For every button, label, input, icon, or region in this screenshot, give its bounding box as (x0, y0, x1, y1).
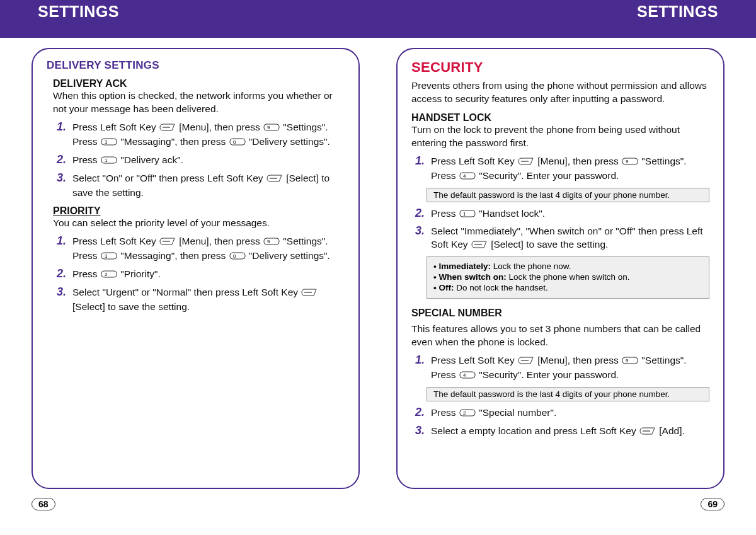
panel-delivery: DELIVERY SETTINGS DELIVERY ACK When this… (32, 48, 360, 489)
key-1-icon: 1 (459, 209, 476, 222)
title-security: SECURITY (411, 59, 709, 76)
left-softkey-icon (518, 355, 534, 369)
key-1-icon: 1 (101, 155, 117, 168)
step-num: 1. (57, 121, 67, 150)
subhead-priority: PRIORITY (53, 205, 345, 217)
text: "Delivery settings". (246, 250, 330, 261)
text: [Menu], then press (535, 156, 621, 166)
opt-text: Do not lock the handset. (454, 283, 547, 292)
title-delivery-settings: DELIVERY SETTINGS (47, 59, 345, 72)
key-9-icon: 9 (263, 236, 280, 250)
step-ack-3: 3. Select "On" or "Off" then press Left … (57, 172, 345, 200)
step-num: 2. (57, 154, 67, 168)
text: "Special number". (476, 407, 556, 418)
step-ack-2: 2. Press 1 "Delivery ack". (57, 154, 345, 168)
text: Select a empty location and press Left S… (431, 425, 639, 436)
key-2-icon: 2 (101, 269, 117, 282)
step-prio-3: 3. Select "Urgent" or "Normal" then pres… (57, 286, 345, 314)
svg-text:4: 4 (463, 173, 466, 179)
text: [Add]. (656, 425, 685, 436)
step-num: 3. (415, 425, 425, 439)
text: Press (72, 268, 100, 279)
page-num-right: 69 (701, 498, 724, 510)
step-num: 3. (415, 225, 425, 253)
text: [Select] to save the setting. (72, 301, 190, 312)
step-special-2: 2. Press 2 "Special number". (415, 406, 709, 421)
text: "Security". Enter your password. (476, 170, 619, 181)
pages-container: DELIVERY SETTINGS DELIVERY ACK When this… (0, 38, 756, 495)
svg-text:9: 9 (626, 159, 629, 164)
subhead-handset-lock: HANDSET LOCK (411, 112, 709, 124)
subhead-delivery-ack: DELIVERY ACK (53, 78, 345, 89)
step-num: 3. (57, 286, 67, 314)
text: "Priority". (118, 268, 161, 279)
step-num: 1. (415, 354, 425, 383)
key-2-icon: 2 (459, 408, 476, 421)
step-prio-1: 1. Press Left Soft Key [Menu], then pres… (57, 235, 345, 264)
step-num: 1. (57, 235, 67, 264)
key-0-icon: 0 (229, 251, 246, 264)
text: "Delivery settings". (246, 136, 330, 147)
text: Press Left Soft Key (72, 122, 159, 132)
left-softkey-icon (159, 122, 176, 135)
note-lock-options: • Immediately: Lock the phone now. • Whe… (427, 256, 709, 299)
key-9-icon: 9 (263, 122, 280, 135)
key-3-icon: 3 (101, 137, 117, 150)
opt-text: Lock the phone when switch on. (507, 272, 630, 282)
page-numbers: 68 69 (0, 495, 756, 517)
left-softkey-icon (159, 236, 176, 250)
desc-priority: You can select the priority level of you… (53, 217, 345, 230)
desc-special-number: This features allows you to set 3 phone … (411, 323, 709, 349)
svg-text:3: 3 (105, 253, 108, 259)
text: Select "Urgent" or "Normal" then press L… (72, 287, 301, 297)
lead-security: Prevents others from using the phone wit… (411, 79, 709, 106)
svg-text:0: 0 (233, 139, 236, 145)
key-9-icon: 9 (622, 156, 638, 170)
svg-text:1: 1 (105, 158, 108, 163)
text: Select "On" or "Off" then press Left Sof… (72, 173, 266, 183)
text: "Handset lock". (476, 208, 545, 219)
key-3-icon: 3 (101, 251, 117, 264)
step-special-3: 3. Select a empty location and press Lef… (415, 425, 709, 439)
step-lock-2: 2. Press 1 "Handset lock". (415, 207, 709, 222)
text: Press Left Soft Key (431, 156, 517, 166)
svg-text:0: 0 (233, 253, 236, 259)
text: Press Left Soft Key (72, 236, 159, 246)
left-softkey-icon (471, 239, 488, 253)
text: [Menu], then press (176, 236, 263, 246)
svg-text:4: 4 (463, 372, 466, 378)
svg-text:2: 2 (463, 410, 466, 416)
step-num: 2. (415, 207, 425, 222)
key-4-icon: 4 (459, 370, 476, 383)
desc-handset-lock: Turn on the lock to prevent the phone fr… (411, 124, 709, 150)
step-num: 2. (57, 268, 67, 282)
header-bar: SETTINGS SETTINGS (0, 0, 756, 38)
text: [Menu], then press (176, 122, 263, 132)
step-lock-1: 1. Press Left Soft Key [Menu], then pres… (415, 155, 709, 184)
text: [Menu], then press (535, 355, 621, 365)
left-softkey-icon (301, 287, 318, 301)
opt-label: • Immediately: (433, 262, 491, 271)
text: Press (431, 208, 459, 219)
svg-text:9: 9 (267, 125, 270, 130)
svg-text:1: 1 (463, 211, 466, 217)
page-left: DELIVERY SETTINGS DELIVERY ACK When this… (32, 48, 360, 489)
svg-text:2: 2 (105, 272, 108, 277)
subhead-special-number: SPECIAL NUMBER (411, 308, 709, 319)
key-4-icon: 4 (459, 171, 476, 184)
header-right: SETTINGS (637, 3, 718, 21)
note-default-password-1: The default password is the last 4 digit… (427, 188, 709, 202)
step-lock-3: 3. Select "Immediately", "When switch on… (415, 225, 709, 253)
step-num: 1. (415, 155, 425, 184)
text: "Messaging", then press (118, 250, 229, 261)
svg-text:9: 9 (626, 358, 629, 364)
text: Press (72, 154, 100, 165)
step-num: 2. (415, 406, 425, 421)
svg-text:9: 9 (267, 239, 270, 244)
text: "Security". Enter your password. (476, 369, 619, 380)
text: Press Left Soft Key (431, 355, 517, 365)
text: [Select] to save the setting. (488, 239, 608, 250)
step-prio-2: 2. Press 2 "Priority". (57, 268, 345, 282)
opt-label: • Off: (433, 283, 454, 292)
left-softkey-icon (639, 426, 656, 439)
